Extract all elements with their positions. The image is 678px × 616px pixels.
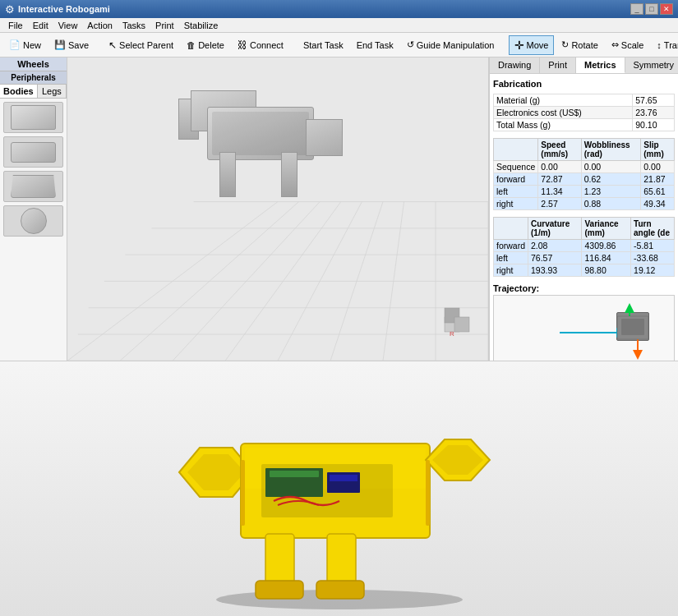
table-row: Material (g) 57.65	[494, 94, 675, 107]
table-row: Sequence 0.00 0.00 0.00	[494, 161, 675, 173]
curv-left-label: left	[494, 252, 528, 264]
curv-left-var: 116.84	[582, 252, 631, 264]
perf-fwd-slip: 21.87	[641, 173, 675, 186]
scale-button[interactable]: ⇔ Scale	[606, 35, 650, 55]
performance-table: Speed (mm/s) Wobbliness (rad) Slip (mm) …	[493, 138, 675, 210]
list-item[interactable]	[3, 205, 63, 237]
right-panel: Drawing Print Metrics Symmetry Fabricati…	[489, 57, 678, 361]
curvature-table: Curvature (1/m) Variance (mm) Turn angle…	[493, 217, 675, 277]
fab-label-3: Total Mass (g)	[494, 119, 633, 131]
perf-fwd-speed: 72.87	[538, 173, 581, 186]
menu-file[interactable]: File	[3, 20, 28, 31]
menu-edit[interactable]: Edit	[28, 20, 53, 31]
connect-button[interactable]: ⛓ Connect	[232, 35, 289, 55]
close-button[interactable]: ✕	[660, 3, 673, 15]
perf-left-speed: 11.34	[538, 186, 581, 198]
rotate-button[interactable]: ↻ Rotate	[556, 35, 603, 55]
sub-tab-bodies[interactable]: Bodies	[0, 85, 38, 98]
perf-right-label: right	[494, 198, 538, 210]
curv-header-3: Turn angle (de	[631, 218, 675, 240]
tab-drawing[interactable]: Drawing	[490, 57, 540, 73]
window-controls: _ □ ✕	[630, 3, 673, 15]
guide-manipulation-button[interactable]: ↺ Guide Manipulation	[401, 35, 500, 55]
save-icon: 💾	[54, 39, 66, 50]
table-row: Total Mass (g) 90.10	[494, 119, 675, 131]
menu-print[interactable]: Print	[150, 20, 179, 31]
connect-icon: ⛓	[238, 39, 247, 51]
perf-fwd-label: forward	[494, 173, 538, 186]
svg-text:R: R	[450, 330, 454, 338]
select-parent-button[interactable]: ↖ Select Parent	[103, 35, 179, 55]
save-button[interactable]: 💾 Save	[48, 35, 95, 55]
svg-rect-38	[256, 581, 303, 599]
tab-metrics[interactable]: Metrics	[576, 57, 625, 73]
fab-value-3: 90.10	[633, 119, 675, 131]
svg-rect-37	[265, 534, 294, 587]
list-item[interactable]	[3, 171, 63, 202]
curv-fwd-turn: -5.81	[631, 240, 675, 252]
robot-photo-section	[0, 361, 678, 616]
left-tab-wheels[interactable]: Wheels	[0, 57, 67, 71]
translate-icon: ↕	[657, 40, 662, 50]
start-task-button[interactable]: Start Task	[297, 35, 349, 55]
minimize-button[interactable]: _	[630, 3, 643, 15]
maximize-button[interactable]: □	[645, 3, 658, 15]
tab-symmetry[interactable]: Symmetry	[625, 57, 678, 73]
robot-3d-model	[150, 74, 380, 205]
new-button[interactable]: 📄 New	[3, 35, 47, 55]
delete-button[interactable]: 🗑 Delete	[181, 35, 230, 55]
sub-tab-legs[interactable]: Legs	[38, 85, 67, 98]
axis-indicator: R	[435, 307, 472, 344]
curv-right-turn: 19.12	[631, 264, 675, 277]
fab-label-2: Electronics cost (US$)	[494, 107, 633, 119]
table-row: Curvature (1/m) Variance (mm) Turn angle…	[494, 218, 675, 240]
title-bar: ⚙ Interactive Robogami _ □ ✕	[0, 0, 678, 18]
menu-bar: File Edit View Action Tasks Print Stabil…	[0, 18, 678, 33]
curv-right-curv: 193.93	[528, 264, 582, 277]
svg-rect-39	[327, 534, 356, 587]
curv-fwd-var: 4309.86	[582, 240, 631, 252]
svg-rect-34	[330, 475, 357, 481]
perf-left-wobble: 1.23	[581, 186, 641, 198]
left-tab-peripherals[interactable]: Peripherals	[0, 71, 67, 85]
perf-right-speed: 2.57	[538, 198, 581, 210]
curv-fwd-label: forward	[494, 240, 528, 252]
viewport-3d[interactable]: R	[67, 57, 489, 361]
robot-photo	[0, 361, 678, 616]
curv-fwd-curv: 2.08	[528, 240, 582, 252]
trajectory-svg	[494, 296, 674, 361]
move-button[interactable]: ✛ Move	[509, 35, 555, 55]
curv-header-2: Variance (mm)	[582, 218, 631, 240]
menu-action[interactable]: Action	[82, 20, 118, 31]
tab-print[interactable]: Print	[540, 57, 576, 73]
perf-seq-slip: 0.00	[641, 161, 675, 173]
yellow-robot-svg	[134, 365, 545, 612]
fab-value-2: 23.76	[633, 107, 675, 119]
perf-seq-speed: 0.00	[538, 161, 581, 173]
perf-right-wobble: 0.88	[581, 198, 641, 210]
svg-rect-40	[316, 581, 364, 599]
app-icon: ⚙	[5, 3, 15, 16]
list-item[interactable]	[3, 136, 63, 168]
trajectory-visualization	[493, 295, 675, 361]
menu-view[interactable]: View	[53, 20, 83, 31]
menu-stabilize[interactable]: Stabilize	[179, 20, 224, 31]
fabrication-table: Material (g) 57.65 Electronics cost (US$…	[493, 94, 675, 131]
perf-seq-wobble: 0.00	[581, 161, 641, 173]
fabrication-header: Fabrication	[493, 77, 675, 90]
table-row: left 11.34 1.23 65.61	[494, 186, 675, 198]
perf-fwd-wobble: 0.62	[581, 173, 641, 186]
translate-button[interactable]: ↕ Translate	[651, 35, 678, 55]
table-row: left 76.57 116.84 -33.68	[494, 252, 675, 264]
curv-header-0	[494, 218, 528, 240]
perf-right-slip: 49.34	[641, 198, 675, 210]
panel-items	[0, 99, 67, 361]
table-row: forward 72.87 0.62 21.87	[494, 173, 675, 186]
trajectory-label: Trajectory:	[493, 283, 675, 293]
list-item[interactable]	[3, 102, 63, 133]
curv-left-curv: 76.57	[528, 252, 582, 264]
end-task-button[interactable]: End Task	[351, 35, 399, 55]
svg-rect-42	[241, 460, 245, 526]
menu-tasks[interactable]: Tasks	[118, 20, 150, 31]
select-parent-icon: ↖	[108, 39, 117, 51]
